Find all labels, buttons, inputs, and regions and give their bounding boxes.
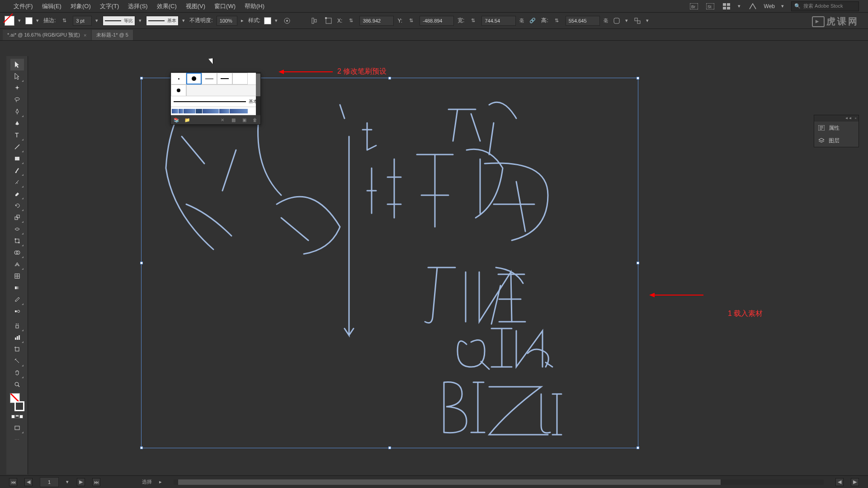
brush-preset[interactable] xyxy=(171,84,186,96)
align-icon[interactable] xyxy=(310,16,320,26)
slice-tool[interactable] xyxy=(10,355,24,367)
brush-stroke-basic[interactable]: 基本 xyxy=(171,96,260,107)
menu-effect[interactable]: 效果(C) xyxy=(152,2,181,10)
prev-artboard-button[interactable]: ◀ xyxy=(24,478,33,486)
chevron-down-icon[interactable]: ▾ xyxy=(738,3,741,9)
menu-type[interactable]: 文字(T) xyxy=(95,2,124,10)
chevron-down-icon[interactable]: ▾ xyxy=(36,18,40,23)
document-tab[interactable]: *.ai* @ 16.67% (RGB/GPU 预览)× xyxy=(3,30,91,40)
chevron-right-icon[interactable]: ▸ xyxy=(241,18,245,23)
gpu-icon[interactable] xyxy=(748,1,758,11)
stepper-icon[interactable]: ⇅ xyxy=(468,16,478,26)
chevron-down-icon[interactable]: ▾ xyxy=(182,18,186,23)
chevron-down-icon[interactable]: ▾ xyxy=(781,3,785,9)
menu-help[interactable]: 帮助(H) xyxy=(240,2,269,10)
transform-icon[interactable] xyxy=(324,16,334,26)
shape-icon[interactable] xyxy=(612,16,622,26)
artboard-number-input[interactable] xyxy=(40,477,59,487)
w-input[interactable] xyxy=(481,16,516,26)
next-artboard-button[interactable]: ▶ xyxy=(77,478,85,486)
mesh-tool[interactable] xyxy=(10,270,24,282)
last-artboard-button[interactable]: ⏭ xyxy=(92,478,100,486)
stroke-weight-input[interactable] xyxy=(73,16,92,26)
eyedropper-tool[interactable] xyxy=(10,294,24,305)
isolate-icon[interactable] xyxy=(632,16,642,26)
edit-toolbar[interactable]: ⋯ xyxy=(10,434,24,446)
magic-wand-tool[interactable] xyxy=(10,82,24,94)
menu-select[interactable]: 选择(S) xyxy=(123,2,152,10)
gradient-tool[interactable] xyxy=(10,282,24,294)
scale-tool[interactable] xyxy=(10,211,24,223)
x-input[interactable] xyxy=(359,16,394,26)
link-icon[interactable]: 🔗 xyxy=(528,16,538,26)
brush-libraries-icon[interactable]: 📁 xyxy=(184,116,191,123)
brush-preset[interactable] xyxy=(186,73,202,84)
remove-stroke-icon[interactable]: ✕ xyxy=(219,116,226,123)
brush-definition[interactable]: 基本 xyxy=(146,16,179,26)
close-icon[interactable]: × xyxy=(854,116,857,121)
width-tool[interactable] xyxy=(10,223,24,235)
opacity-input[interactable] xyxy=(217,16,237,26)
selection-tool[interactable] xyxy=(10,59,24,70)
stepper-icon[interactable]: ⇅ xyxy=(59,16,69,26)
none-mode[interactable] xyxy=(19,415,23,418)
workspace-switcher[interactable]: Web xyxy=(764,3,775,9)
stroke-swatch[interactable] xyxy=(25,17,33,24)
y-input[interactable] xyxy=(420,16,454,26)
screen-mode[interactable] xyxy=(10,422,24,434)
panel-scrollbar[interactable] xyxy=(256,73,260,115)
rotate-tool[interactable] xyxy=(10,200,24,211)
chevron-down-icon[interactable]: ▾ xyxy=(275,18,278,23)
shape-builder-tool[interactable] xyxy=(10,247,24,258)
horizontal-scrollbar[interactable] xyxy=(174,479,824,485)
scroll-left-button[interactable]: ◀ xyxy=(835,478,844,486)
direct-selection-tool[interactable] xyxy=(10,70,24,82)
brush-preset[interactable] xyxy=(232,73,248,84)
brush-preset[interactable] xyxy=(202,73,217,84)
first-artboard-button[interactable]: ⏮ xyxy=(9,478,17,486)
shaper-tool[interactable] xyxy=(10,176,24,188)
menu-file[interactable]: 文件(F) xyxy=(9,2,38,10)
canvas[interactable]: 2 修改笔刷预设 1 载入素材 基本 xyxy=(28,41,868,474)
properties-panel-tab[interactable]: 属性 xyxy=(814,122,859,134)
chevron-down-icon[interactable]: ▾ xyxy=(95,18,99,23)
paintbrush-tool[interactable] xyxy=(10,164,24,176)
stepper-icon[interactable]: ⇅ xyxy=(552,16,562,26)
scroll-right-button[interactable]: ▶ xyxy=(851,478,859,486)
stroke-profile[interactable]: 等比 xyxy=(103,16,135,26)
zoom-tool[interactable] xyxy=(10,379,24,390)
document-tab[interactable]: 未标题-1* @ 5 xyxy=(92,30,132,40)
artboard-tool[interactable] xyxy=(10,343,24,355)
stock-icon[interactable]: St xyxy=(705,1,715,11)
brush-preset[interactable] xyxy=(171,73,186,84)
layers-panel-tab[interactable]: 图层 xyxy=(814,134,859,147)
rectangle-tool[interactable] xyxy=(10,153,24,164)
color-mode[interactable] xyxy=(11,415,15,418)
chevron-down-icon[interactable]: ▾ xyxy=(66,479,70,485)
close-icon[interactable]: × xyxy=(84,33,86,38)
menu-edit[interactable]: 编辑(E) xyxy=(38,2,66,10)
curvature-tool[interactable] xyxy=(10,117,24,129)
menu-window[interactable]: 窗口(W) xyxy=(210,2,240,10)
chevron-right-icon[interactable]: ▸ xyxy=(159,479,162,485)
search-input[interactable]: 🔍 搜索 Adobe Stock xyxy=(791,1,859,11)
trash-icon[interactable]: 🗑 xyxy=(251,116,259,123)
h-input[interactable] xyxy=(566,16,600,26)
chevron-down-icon[interactable]: ▾ xyxy=(139,18,142,23)
column-graph-tool[interactable] xyxy=(10,332,24,343)
graphic-style[interactable] xyxy=(264,17,271,24)
chevron-down-icon[interactable]: ▾ xyxy=(18,18,22,23)
menu-object[interactable]: 对象(O) xyxy=(66,2,95,10)
stroke-swatch[interactable] xyxy=(14,401,24,411)
gradient-mode[interactable] xyxy=(15,415,19,418)
symbol-sprayer-tool[interactable] xyxy=(10,320,24,332)
pen-tool[interactable] xyxy=(10,106,24,117)
brush-preset[interactable] xyxy=(217,73,232,84)
chevron-down-icon[interactable]: ▾ xyxy=(646,18,650,23)
library-icon[interactable]: 📚 xyxy=(173,116,180,123)
chevron-down-icon[interactable]: ▾ xyxy=(625,18,629,23)
new-brush-icon[interactable]: ▣ xyxy=(241,116,248,123)
fill-stroke-swatch[interactable] xyxy=(10,393,24,411)
recolor-icon[interactable] xyxy=(282,16,292,26)
hand-tool[interactable] xyxy=(10,367,24,379)
